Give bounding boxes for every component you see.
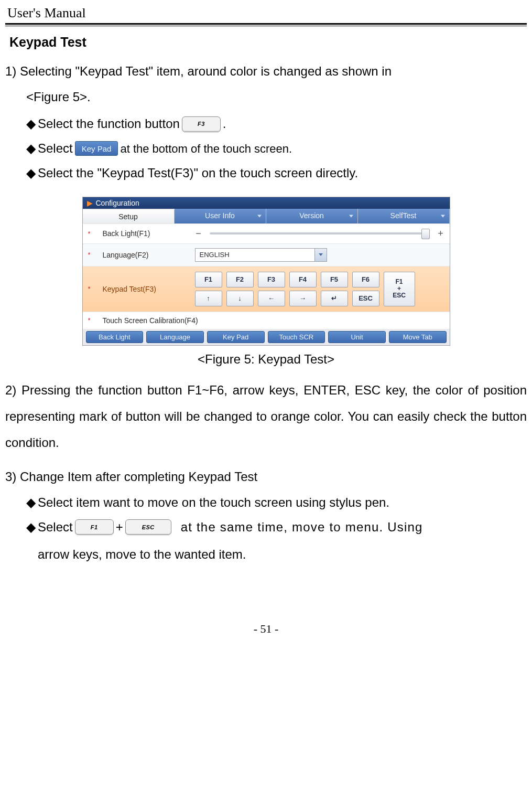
- bullet-icon: ◆: [26, 517, 36, 538]
- section-title: Keypad Test: [9, 35, 527, 50]
- key-f4[interactable]: F4: [289, 272, 317, 287]
- softbtn-keypad[interactable]: Key Pad: [207, 331, 265, 343]
- header-rule: [5, 23, 527, 26]
- step3-b2-text-c: arrow keys, move to the wanted item.: [5, 545, 527, 564]
- slider-thumb[interactable]: [421, 229, 430, 239]
- plus-text: +: [116, 517, 123, 538]
- softbtn-unit[interactable]: Unit: [328, 331, 386, 343]
- bullet-icon: ◆: [26, 113, 36, 135]
- tab-row: Setup User Info Version SelfTest: [83, 209, 450, 223]
- titlebar-arrow-icon: ▶: [87, 199, 93, 207]
- bullet-icon: ◆: [26, 163, 36, 184]
- step3-bullet-2: ◆ Select F1 + ESC at the same time, move…: [5, 517, 527, 538]
- step3-b1-text: Select item want to move on the touch sc…: [38, 492, 389, 514]
- key-enter[interactable]: ↵: [321, 291, 348, 306]
- row-touch-calibration[interactable]: * Touch Screen Calibration(F4): [83, 312, 450, 329]
- chevron-down-icon: [319, 253, 323, 256]
- chevron-down-icon: [257, 215, 262, 217]
- key-f1[interactable]: F1: [195, 272, 222, 287]
- bullet-icon: ◆: [26, 138, 36, 159]
- key-esc[interactable]: ESC: [352, 291, 379, 306]
- step-1-line-b: <Figure 5>.: [5, 90, 527, 105]
- bullet-2: ◆ Select Key Pad at the bottom of the to…: [5, 138, 527, 159]
- key-f1-plus-esc[interactable]: F1+ESC: [384, 272, 415, 306]
- f1-key-icon: F1: [75, 519, 114, 535]
- doc-header: User's Manual: [7, 5, 527, 21]
- bullet-1-text-a: Select the function button: [38, 113, 180, 135]
- star-icon: *: [88, 230, 97, 238]
- key-f6[interactable]: F6: [352, 272, 379, 287]
- step3-b2-text-b: at the same time, move to menu. Using: [181, 517, 527, 538]
- tab-user-info[interactable]: User Info: [175, 209, 266, 223]
- esc-key-icon: ESC: [125, 519, 171, 535]
- row-keypad-test[interactable]: * Keypad Test(F3) F1 F2 F3 F4 F5 F6 F1+E…: [83, 266, 450, 312]
- bullet-3-text: Select the "Keypad Test(F3)" on the touc…: [38, 163, 358, 184]
- combo-dropdown-button[interactable]: [314, 249, 327, 261]
- row-backlight-label: Back Light(F1): [103, 229, 190, 238]
- row-touch-label: Touch Screen Calibration(F4): [103, 316, 198, 325]
- config-titlebar: ▶Configuration: [83, 197, 450, 209]
- softbtn-language[interactable]: Language: [146, 331, 204, 343]
- row-keypad-label: Keypad Test(F3): [103, 285, 190, 293]
- bullet-2-text-a: Select: [38, 138, 73, 159]
- star-icon: *: [88, 251, 97, 259]
- softbtn-touchscr[interactable]: Touch SCR: [268, 331, 325, 343]
- star-icon: *: [88, 285, 97, 293]
- minus-icon: −: [195, 228, 202, 239]
- key-f3[interactable]: F3: [258, 272, 285, 287]
- key-right[interactable]: →: [289, 291, 317, 306]
- tab-selftest[interactable]: SelfTest: [358, 209, 450, 223]
- keypad-softbutton-icon: Key Pad: [75, 141, 118, 156]
- key-left[interactable]: ←: [258, 291, 285, 306]
- slider-track[interactable]: [210, 232, 430, 234]
- language-combo[interactable]: ENGLISH: [195, 248, 327, 262]
- key-down[interactable]: ↓: [226, 291, 254, 306]
- softbtn-backlight[interactable]: Back Light: [86, 331, 144, 343]
- step-1-line-a: 1) Selecting "Keypad Test" item, around …: [5, 58, 527, 84]
- row-backlight[interactable]: * Back Light(F1) − +: [83, 223, 450, 243]
- keypad-grid: F1 F2 F3 F4 F5 F6 F1+ESC ↑ ↓ ← → ↵ ESC: [195, 271, 444, 307]
- chevron-down-icon: [349, 215, 353, 217]
- backlight-slider[interactable]: − +: [195, 228, 444, 239]
- config-title: Configuration: [96, 199, 139, 207]
- figure-caption: <Figure 5: Keypad Test>: [198, 352, 334, 367]
- tab-version[interactable]: Version: [266, 209, 358, 223]
- bottom-bar: Back Light Language Key Pad Touch SCR Un…: [83, 329, 450, 345]
- figure-5: ▶Configuration Setup User Info Version S…: [5, 197, 527, 367]
- tab-setup[interactable]: Setup: [83, 209, 175, 223]
- device-screen: ▶Configuration Setup User Info Version S…: [82, 197, 450, 346]
- softbtn-movetab[interactable]: Move Tab: [389, 331, 447, 343]
- star-icon: *: [88, 316, 97, 324]
- f3-key-icon: F3: [182, 116, 221, 132]
- plus-icon: +: [437, 228, 444, 239]
- bullet-2-text-b: at the bottom of the touch screen.: [120, 139, 292, 158]
- key-f2[interactable]: F2: [226, 272, 254, 287]
- step-2: 2) Pressing the function button F1~F6, a…: [5, 377, 527, 456]
- language-value: ENGLISH: [196, 251, 314, 259]
- step3-b2-text-a: Select: [38, 517, 73, 538]
- step3-bullet-1: ◆ Select item want to move on the touch …: [5, 492, 527, 514]
- row-language-label: Language(F2): [103, 251, 190, 259]
- key-f5[interactable]: F5: [321, 272, 348, 287]
- bullet-1-text-b: .: [223, 113, 226, 135]
- bullet-3: ◆ Select the "Keypad Test(F3)" on the to…: [5, 163, 527, 184]
- step-3: 3) Change Item after completing Keypad T…: [5, 467, 527, 487]
- key-up[interactable]: ↑: [195, 291, 222, 306]
- page-footer: - 51 -: [5, 622, 527, 636]
- bullet-1: ◆ Select the function button F3 .: [5, 113, 527, 135]
- row-language[interactable]: * Language(F2) ENGLISH: [83, 243, 450, 266]
- bullet-icon: ◆: [26, 492, 36, 514]
- chevron-down-icon: [441, 215, 445, 217]
